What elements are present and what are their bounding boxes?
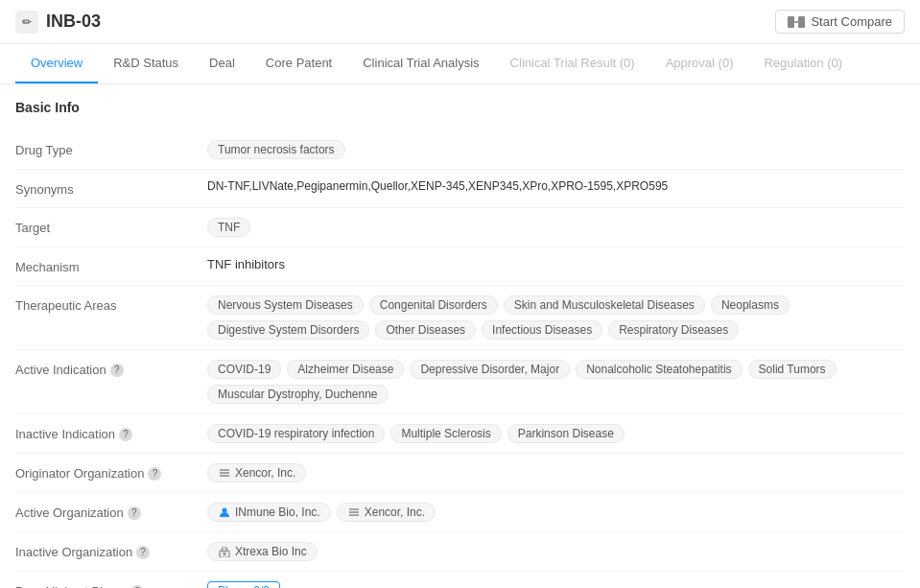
tag-other-diseases[interactable]: Other Diseases [375, 320, 476, 340]
drug-highest-phase-value: Phase 2/3 [207, 581, 905, 588]
xtrexa-icon [218, 545, 231, 558]
drug-type-row: Drug Type Tumor necrosis factors [15, 130, 905, 170]
therapeutic-areas-row: Therapeutic Areas Nervous System Disease… [15, 286, 905, 350]
tag-multiple-sclerosis[interactable]: Multiple Sclerosis [390, 424, 501, 443]
header-left: ✏ INB-03 [15, 11, 101, 34]
tab-deal[interactable]: Deal [194, 44, 250, 83]
inactive-indication-row: Inactive Indication ? COVID-19 respirato… [15, 414, 905, 454]
xencor-originator-icon [218, 466, 231, 480]
tag-nonalcoholic[interactable]: Nonalcoholic Steatohepatitis [576, 360, 742, 379]
active-indication-help-icon[interactable]: ? [110, 364, 124, 377]
tag-depressive-disorder[interactable]: Depressive Disorder, Major [410, 360, 570, 379]
active-org-value: INmune Bio, Inc. Xencor, Inc. [207, 503, 905, 522]
tab-regulation: Regulation (0) [748, 44, 858, 83]
tag-parkinson[interactable]: Parkinson Disease [507, 424, 625, 443]
synonyms-label: Synonyms [15, 179, 207, 197]
originator-org-help-icon[interactable]: ? [148, 467, 161, 481]
nav-tabs: Overview R&D Status Deal Core Patent Cli… [0, 44, 920, 84]
tag-muscular-dystrophy[interactable]: Muscular Dystrophy, Duchenne [207, 385, 389, 404]
drug-title: INB-03 [46, 12, 101, 32]
org-inmune-bio[interactable]: INmune Bio, Inc. [207, 503, 331, 522]
mechanism-value: TNF inhibitors [207, 257, 905, 271]
active-org-row: Active Organization ? INmune Bio, Inc. X… [15, 493, 905, 532]
svg-rect-12 [224, 553, 226, 556]
tag-tnf[interactable]: TNF [207, 218, 250, 237]
originator-org-row: Originator Organization ? Xencor, Inc. [15, 454, 905, 493]
tag-nervous-system[interactable]: Nervous System Diseases [207, 295, 364, 315]
content-area: Basic Info Drug Type Tumor necrosis fact… [0, 84, 920, 588]
tab-core-patent[interactable]: Core Patent [250, 44, 347, 83]
therapeutic-areas-value: Nervous System Diseases Congenital Disor… [207, 295, 905, 340]
svg-rect-11 [223, 548, 227, 552]
org-xtrexa[interactable]: Xtrexa Bio Inc [207, 542, 318, 561]
target-row: Target TNF [15, 208, 905, 247]
tag-neoplasms[interactable]: Neoplasms [711, 295, 790, 315]
tag-infectious[interactable]: Infectious Diseases [482, 320, 602, 340]
tab-rd-status[interactable]: R&D Status [98, 44, 194, 83]
originator-org-value: Xencor, Inc. [207, 463, 905, 482]
active-indication-label: Active Indication ? [15, 360, 207, 377]
tag-covid19[interactable]: COVID-19 [207, 360, 281, 379]
drug-type-label: Drug Type [15, 140, 207, 157]
therapeutic-areas-label: Therapeutic Areas [15, 295, 207, 313]
synonyms-value: DN-TNF,LIVNate,Pegipanermin,Quellor,XENP… [207, 179, 905, 193]
inactive-indication-help-icon[interactable]: ? [119, 428, 132, 441]
compare-label: Start Compare [811, 14, 892, 29]
inactive-indication-value: COVID-19 respiratory infection Multiple … [207, 424, 905, 443]
inactive-org-label: Inactive Organization ? [15, 542, 207, 559]
org-xencor-active[interactable]: Xencor, Inc. [337, 503, 436, 522]
target-value: TNF [207, 218, 905, 237]
svg-rect-0 [788, 16, 794, 28]
drug-type-value: Tumor necrosis factors [207, 140, 905, 159]
tag-alzheimer[interactable]: Alzheimer Disease [287, 360, 404, 379]
originator-org-label: Originator Organization ? [15, 463, 207, 481]
tab-approval: Approval (0) [650, 44, 749, 83]
inactive-indication-label: Inactive Indication ? [15, 424, 207, 441]
inactive-org-row: Inactive Organization ? Xtrexa Bio Inc [15, 532, 905, 572]
mechanism-label: Mechanism [15, 257, 207, 274]
inactive-org-help-icon[interactable]: ? [136, 546, 150, 559]
active-org-help-icon[interactable]: ? [128, 506, 141, 520]
svg-rect-1 [798, 16, 805, 28]
active-org-label: Active Organization ? [15, 503, 207, 520]
tab-clinical-trial-analysis[interactable]: Clinical Trial Analysis [347, 44, 494, 83]
active-indication-row: Active Indication ? COVID-19 Alzheimer D… [15, 350, 905, 414]
svg-point-6 [223, 508, 227, 513]
tab-clinical-trial-result: Clinical Trial Result (0) [495, 44, 650, 83]
tag-tumor-necrosis-factors[interactable]: Tumor necrosis factors [207, 140, 345, 159]
tag-digestive[interactable]: Digestive System Disorders [207, 320, 369, 340]
start-compare-button[interactable]: Start Compare [775, 10, 905, 34]
tag-skin-musculoskeletal[interactable]: Skin and Musculoskeletal Diseases [504, 295, 705, 315]
drug-highest-phase-row: Drug Highest Phase ? Phase 2/3 [15, 572, 905, 588]
tab-overview[interactable]: Overview [15, 44, 98, 83]
target-label: Target [15, 218, 207, 235]
synonyms-row: Synonyms DN-TNF,LIVNate,Pegipanermin,Que… [15, 170, 905, 208]
inactive-org-value: Xtrexa Bio Inc [207, 542, 905, 561]
drug-highest-phase-label: Drug Highest Phase ? [15, 581, 207, 588]
tag-respiratory[interactable]: Respiratory Diseases [608, 320, 739, 340]
active-indication-value: COVID-19 Alzheimer Disease Depressive Di… [207, 360, 905, 404]
org-xencor-originator[interactable]: Xencor, Inc. [207, 463, 306, 482]
tag-solid-tumors[interactable]: Solid Tumors [748, 360, 837, 379]
svg-rect-2 [795, 21, 798, 23]
drug-icon: ✏ [15, 11, 38, 34]
tag-covid19-respiratory[interactable]: COVID-19 respiratory infection [207, 424, 385, 443]
xencor-active-icon [347, 506, 361, 519]
mechanism-row: Mechanism TNF inhibitors [15, 247, 905, 286]
compare-icon [788, 15, 805, 29]
inmune-bio-icon [218, 506, 231, 519]
section-title: Basic Info [15, 100, 905, 115]
phase-badge[interactable]: Phase 2/3 [207, 581, 280, 588]
header: ✏ INB-03 Start Compare [0, 0, 920, 44]
drug-highest-phase-help-icon[interactable]: ? [130, 585, 144, 589]
tag-congenital[interactable]: Congenital Disorders [369, 295, 498, 315]
